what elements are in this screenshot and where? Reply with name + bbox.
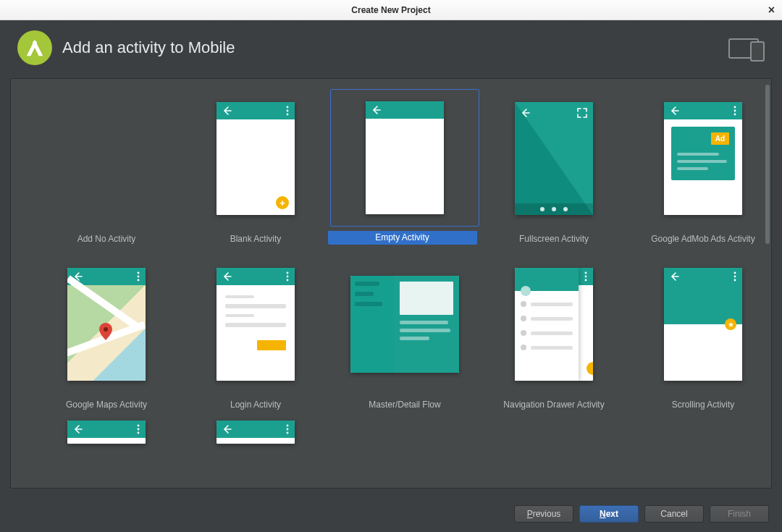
- svg-point-18: [585, 279, 587, 282]
- star-fab-icon: ★: [725, 318, 736, 330]
- overflow-menu-icon: [286, 106, 289, 116]
- svg-point-13: [287, 272, 289, 274]
- svg-point-14: [287, 276, 289, 278]
- svg-point-6: [734, 106, 736, 109]
- svg-point-4: [287, 110, 289, 112]
- overflow-menu-icon: [584, 271, 587, 282]
- svg-point-19: [734, 272, 736, 274]
- template-fullscreen-activity[interactable]: Fullscreen Activity: [484, 89, 623, 246]
- overflow-menu-icon: [733, 106, 736, 116]
- template-admob-activity[interactable]: Ad Google AdMob Ads Activity: [634, 89, 772, 246]
- expand-icon: [577, 108, 587, 121]
- ad-label: Ad: [711, 132, 729, 145]
- page-heading: Add an activity to Mobile: [62, 38, 235, 57]
- svg-point-10: [138, 276, 140, 278]
- template-blank-activity[interactable]: Blank Activity: [186, 89, 325, 246]
- finish-button[interactable]: Finish: [710, 505, 769, 523]
- svg-rect-2: [751, 42, 764, 61]
- overflow-menu-icon: [286, 271, 289, 282]
- template-label: Scrolling Activity: [634, 398, 772, 412]
- template-scrolling-activity[interactable]: ★ Scrolling Activity: [634, 255, 772, 412]
- template-label: Google Maps Activity: [37, 398, 176, 412]
- svg-point-3: [287, 106, 289, 109]
- svg-point-12: [104, 327, 108, 332]
- next-button[interactable]: Next: [579, 505, 639, 523]
- overflow-menu-icon: [286, 424, 289, 434]
- back-arrow-icon: [222, 106, 232, 116]
- template-label: Master/Detail Flow: [335, 398, 474, 412]
- svg-point-26: [287, 428, 289, 431]
- template-google-maps-activity[interactable]: Google Maps Activity: [37, 255, 176, 412]
- svg-point-11: [138, 279, 140, 282]
- svg-point-17: [585, 276, 587, 278]
- scrollbar[interactable]: [765, 85, 770, 482]
- svg-point-25: [287, 425, 289, 427]
- template-label: Add No Activity: [37, 232, 176, 246]
- overflow-menu-icon: [137, 424, 140, 434]
- form-factor-icon: [728, 36, 766, 62]
- svg-point-22: [138, 425, 140, 427]
- fab-plus-icon: [276, 196, 289, 209]
- svg-point-20: [734, 276, 736, 278]
- template-label: Google AdMob Ads Activity: [634, 232, 772, 246]
- svg-point-16: [585, 272, 587, 274]
- svg-point-7: [734, 110, 736, 112]
- back-arrow-icon: [371, 105, 382, 115]
- template-row3-item-1[interactable]: [37, 421, 176, 448]
- window-title: Create New Project: [351, 5, 430, 15]
- back-arrow-icon: [521, 108, 531, 118]
- cancel-button[interactable]: Cancel: [644, 505, 704, 523]
- template-grid: Add No Activity Blank Activity: [11, 79, 771, 448]
- back-arrow-icon: [670, 271, 680, 282]
- template-row3-item-2[interactable]: [186, 421, 325, 448]
- fab-icon: [586, 362, 593, 375]
- back-arrow-icon: [222, 424, 232, 434]
- template-label: Fullscreen Activity: [484, 232, 623, 246]
- back-arrow-icon: [222, 271, 232, 282]
- svg-point-5: [287, 114, 289, 116]
- svg-point-15: [287, 279, 289, 282]
- window-titlebar: Create New Project ×: [0, 0, 782, 20]
- template-label: Empty Activity: [328, 231, 477, 245]
- overflow-menu-icon: [733, 271, 736, 282]
- map-pin-icon: [99, 323, 112, 343]
- svg-point-0: [33, 41, 37, 45]
- template-label: Navigation Drawer Activity: [484, 398, 623, 412]
- template-add-no-activity[interactable]: Add No Activity: [37, 89, 176, 246]
- template-label: Login Activity: [186, 398, 325, 412]
- overflow-menu-icon: [137, 271, 140, 282]
- svg-point-8: [734, 114, 736, 116]
- back-arrow-icon: [670, 106, 680, 116]
- wizard-header: Add an activity to Mobile: [0, 20, 782, 74]
- back-arrow-icon: [73, 424, 83, 434]
- template-empty-activity[interactable]: Empty Activity: [335, 89, 474, 246]
- window-close-icon[interactable]: ×: [768, 4, 775, 16]
- wizard-page: Add an activity to Mobile Add No Activit…: [0, 20, 782, 532]
- nav-dots-icon: [515, 203, 593, 215]
- template-label: Blank Activity: [186, 232, 325, 246]
- template-navigation-drawer-activity[interactable]: Navigation Drawer Activity: [484, 255, 623, 412]
- template-master-detail-flow[interactable]: Master/Detail Flow: [335, 255, 474, 412]
- svg-point-24: [138, 432, 140, 434]
- svg-point-21: [734, 279, 736, 282]
- android-studio-logo-icon: [17, 30, 52, 65]
- svg-point-9: [138, 272, 140, 274]
- template-login-activity[interactable]: Login Activity: [186, 255, 325, 412]
- svg-point-23: [138, 428, 140, 431]
- scrollbar-thumb[interactable]: [765, 85, 770, 244]
- svg-point-27: [287, 432, 289, 434]
- template-list-panel: Add No Activity Blank Activity: [10, 78, 772, 489]
- wizard-footer: Previous Next Cancel Finish: [0, 496, 782, 532]
- previous-button[interactable]: Previous: [514, 505, 573, 523]
